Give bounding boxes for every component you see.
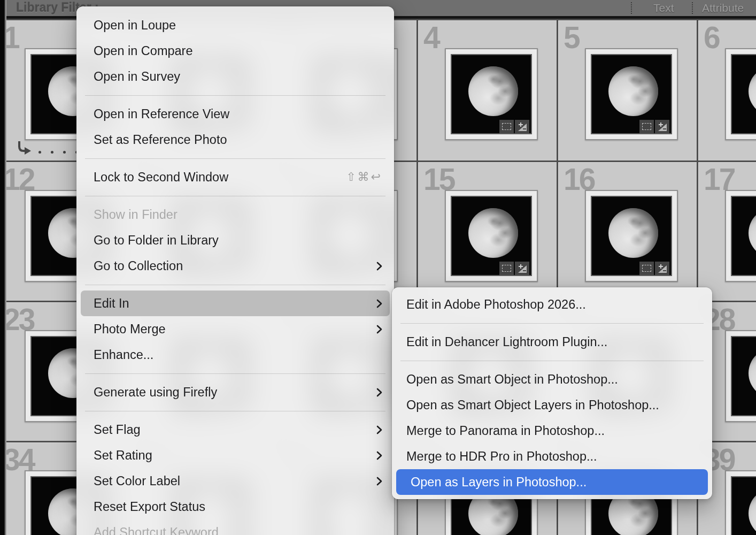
grid-cell-4[interactable]: 4 <box>418 19 558 160</box>
photo-thumbnail-frame[interactable] <box>445 190 538 282</box>
photo-thumbnail-frame[interactable] <box>585 48 678 140</box>
menu-separator <box>76 368 394 379</box>
menu-item-merge-to-panorama-in-photoshop[interactable]: Merge to Panorama in Photoshop... <box>392 418 712 444</box>
moon-image <box>608 208 658 258</box>
crop-badge-icon[interactable] <box>639 120 654 133</box>
grid-cell-17[interactable]: 17 <box>698 160 756 301</box>
grid-cell-5[interactable]: 5 <box>558 19 698 160</box>
moon-photo <box>731 476 756 535</box>
menu-separator <box>76 152 394 164</box>
moon-image <box>468 208 518 258</box>
filter-text-button[interactable]: Text <box>653 2 674 14</box>
menu-item-label: Add Shortcut Keyword <box>94 525 382 535</box>
menu-item-label: Open in Reference View <box>94 107 382 121</box>
moon-image <box>468 66 518 116</box>
submenu-chevron-icon <box>376 425 382 434</box>
menu-item-label: Open in Survey <box>94 70 382 84</box>
menu-item-open-in-reference-view[interactable]: Open in Reference View <box>76 101 394 127</box>
menu-separator <box>76 405 394 417</box>
rating-dot <box>63 151 66 154</box>
menu-item-open-in-loupe[interactable]: Open in Loupe <box>76 12 394 38</box>
menu-separator <box>76 89 394 101</box>
submenu-chevron-icon <box>376 477 382 486</box>
menu-item-label: Edit in Adobe Photoshop 2026... <box>406 297 700 312</box>
filter-bar-separator <box>631 2 632 14</box>
menu-item-open-as-layers-in-photoshop[interactable]: Open as Layers in Photoshop... <box>396 469 708 495</box>
panel-edge-line <box>5 0 6 535</box>
menu-item-photo-merge[interactable]: Photo Merge <box>76 316 394 342</box>
menu-item-edit-in-dehancer-lightroom-plugin[interactable]: Edit in Dehancer Lightroom Plugin... <box>392 329 712 355</box>
menu-separator <box>392 317 712 329</box>
menu-item-set-flag[interactable]: Set Flag <box>76 417 394 442</box>
thumbnail-badges <box>639 120 669 133</box>
menu-item-set-color-label[interactable]: Set Color Label <box>76 468 394 494</box>
photo-thumbnail-frame[interactable] <box>725 48 756 140</box>
menu-item-show-in-finder: Show in Finder <box>76 202 394 227</box>
adjustments-badge-icon[interactable] <box>515 262 529 275</box>
menu-item-label: Open as Smart Object Layers in Photoshop… <box>406 398 700 412</box>
menu-separator <box>392 355 712 366</box>
menu-separator <box>76 190 394 202</box>
menu-item-go-to-folder-in-library[interactable]: Go to Folder in Library <box>76 227 394 253</box>
submenu-chevron-icon <box>376 325 382 334</box>
photo-thumbnail-frame[interactable] <box>725 330 756 422</box>
photo-thumbnail-frame[interactable] <box>585 190 678 282</box>
menu-item-open-as-smart-object-layers-in-photoshop[interactable]: Open as Smart Object Layers in Photoshop… <box>392 392 712 418</box>
menu-item-set-as-reference-photo[interactable]: Set as Reference Photo <box>76 127 394 152</box>
crop-badge-icon[interactable] <box>499 262 514 275</box>
cell-index-number: 6 <box>704 22 719 53</box>
menu-item-enhance[interactable]: Enhance... <box>76 342 394 368</box>
menu-item-go-to-collection[interactable]: Go to Collection <box>76 253 394 279</box>
menu-item-label: Go to Folder in Library <box>94 233 382 248</box>
adjustments-badge-icon[interactable] <box>515 120 529 133</box>
adjustments-badge-icon[interactable] <box>655 120 669 133</box>
crop-badge-icon[interactable] <box>499 120 514 133</box>
moon-image <box>749 348 756 398</box>
menu-item-generate-using-firefly[interactable]: Generate using Firefly <box>76 379 394 405</box>
menu-item-lock-to-second-window[interactable]: Lock to Second Window⇧⌘↩ <box>76 164 394 190</box>
grid-cell-6[interactable]: 6 <box>698 19 756 160</box>
moon-photo <box>731 54 756 134</box>
moon-image <box>749 488 756 535</box>
menu-item-label: Edit In <box>94 296 368 311</box>
menu-item-open-as-smart-object-in-photoshop[interactable]: Open as Smart Object in Photoshop... <box>392 366 712 392</box>
photo-thumbnail-frame[interactable] <box>725 470 756 535</box>
menu-item-label: Set Flag <box>94 423 368 437</box>
moon-photo <box>731 336 756 416</box>
menu-item-open-in-compare[interactable]: Open in Compare <box>76 38 394 64</box>
filter-attribute-button[interactable]: Attribute <box>702 2 744 14</box>
photo-thumbnail-frame[interactable] <box>725 190 756 282</box>
grid-cell-15[interactable]: 15 <box>418 160 558 301</box>
menu-item-label: Open as Layers in Photoshop... <box>411 475 696 490</box>
menu-item-set-rating[interactable]: Set Rating <box>76 442 394 468</box>
menu-item-label: Enhance... <box>94 348 382 362</box>
submenu-chevron-icon <box>376 451 382 460</box>
menu-item-label: Lock to Second Window <box>94 170 335 185</box>
photo-context-menu: Open in LoupeOpen in CompareOpen in Surv… <box>76 6 394 535</box>
moon-image <box>749 208 756 258</box>
photo-thumbnail-frame[interactable] <box>445 48 538 140</box>
menu-item-label: Photo Merge <box>94 322 368 337</box>
menu-item-edit-in-adobe-photoshop-2026[interactable]: Edit in Adobe Photoshop 2026... <box>392 292 712 317</box>
menu-item-reset-export-status[interactable]: Reset Export Status <box>76 494 394 519</box>
menu-item-open-in-survey[interactable]: Open in Survey <box>76 64 394 89</box>
menu-item-label: Set as Reference Photo <box>94 133 382 147</box>
curved-arrow-icon[interactable] <box>15 140 33 158</box>
menu-item-label: Show in Finder <box>94 208 382 222</box>
submenu-chevron-icon <box>376 299 382 308</box>
thumbnail-badges <box>499 262 529 275</box>
menu-item-shortcut: ⇧⌘↩ <box>346 170 382 184</box>
menu-separator <box>76 279 394 291</box>
moon-photo <box>451 54 532 134</box>
menu-item-edit-in[interactable]: Edit In <box>81 291 390 316</box>
moon-photo <box>451 196 532 276</box>
crop-badge-icon[interactable] <box>639 262 654 275</box>
rating-dot <box>51 151 53 154</box>
moon-photo <box>591 196 672 276</box>
moon-photo <box>591 54 672 134</box>
window-left-edge <box>0 0 4 535</box>
menu-item-merge-to-hdr-pro-in-photoshop[interactable]: Merge to HDR Pro in Photoshop... <box>392 444 712 469</box>
grid-cell-16[interactable]: 16 <box>558 160 698 301</box>
adjustments-badge-icon[interactable] <box>655 262 669 275</box>
moon-image <box>749 66 756 116</box>
